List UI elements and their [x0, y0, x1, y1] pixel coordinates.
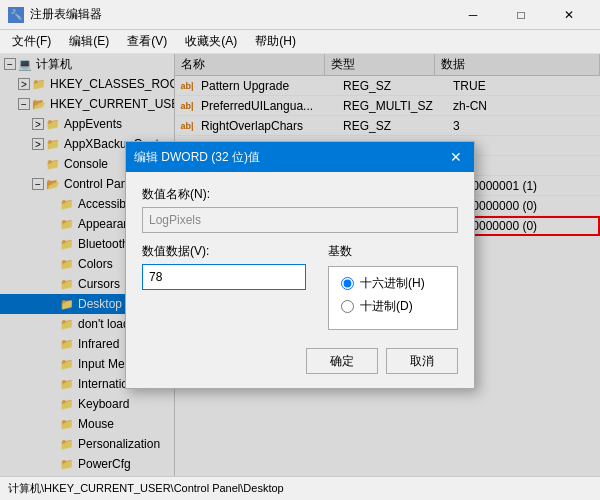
data-base-row: 数值数据(V): 基数 十六进制(H) 十进制(D) — [142, 243, 458, 330]
menu-favorites[interactable]: 收藏夹(A) — [177, 31, 245, 53]
minimize-button[interactable]: ─ — [450, 0, 496, 30]
window-controls: ─ □ ✕ — [450, 0, 592, 30]
status-bar: 计算机\HKEY_CURRENT_USER\Control Panel\Desk… — [0, 476, 600, 500]
menu-bar: 文件(F) 编辑(E) 查看(V) 收藏夹(A) 帮助(H) — [0, 30, 600, 54]
main-area: − 💻 计算机 > 📁 HKEY_CLASSES_ROOT − 📂 HKEY_C… — [0, 54, 600, 476]
cancel-button[interactable]: 取消 — [386, 348, 458, 374]
data-field-group: 数值数据(V): — [142, 243, 312, 330]
hex-label: 十六进制(H) — [360, 275, 425, 292]
dec-radio-row[interactable]: 十进制(D) — [341, 298, 445, 315]
menu-view[interactable]: 查看(V) — [119, 31, 175, 53]
modal-overlay: 编辑 DWORD (32 位)值 ✕ 数值名称(N): 数值数据(V): — [0, 54, 600, 476]
dec-label: 十进制(D) — [360, 298, 413, 315]
app-icon: 🔧 — [8, 7, 24, 23]
maximize-button[interactable]: □ — [498, 0, 544, 30]
menu-help[interactable]: 帮助(H) — [247, 31, 304, 53]
base-label: 基数 — [328, 243, 458, 260]
status-text: 计算机\HKEY_CURRENT_USER\Control Panel\Desk… — [8, 481, 284, 496]
modal-buttons: 确定 取消 — [142, 344, 458, 374]
name-input[interactable] — [142, 207, 458, 233]
data-label: 数值数据(V): — [142, 243, 312, 260]
menu-file[interactable]: 文件(F) — [4, 31, 59, 53]
title-bar: 🔧 注册表编辑器 ─ □ ✕ — [0, 0, 600, 30]
modal-dialog: 编辑 DWORD (32 位)值 ✕ 数值名称(N): 数值数据(V): — [125, 141, 475, 389]
close-button[interactable]: ✕ — [546, 0, 592, 30]
name-field-row: 数值名称(N): — [142, 186, 458, 233]
menu-edit[interactable]: 编辑(E) — [61, 31, 117, 53]
modal-title: 编辑 DWORD (32 位)值 — [134, 149, 260, 166]
data-input[interactable] — [142, 264, 306, 290]
modal-close-button[interactable]: ✕ — [446, 147, 466, 167]
ok-button[interactable]: 确定 — [306, 348, 378, 374]
modal-title-bar: 编辑 DWORD (32 位)值 ✕ — [126, 142, 474, 172]
modal-body: 数值名称(N): 数值数据(V): 基数 十六进制(H) — [126, 172, 474, 388]
hex-radio-row[interactable]: 十六进制(H) — [341, 275, 445, 292]
base-group: 基数 十六进制(H) 十进制(D) — [328, 243, 458, 330]
window-title: 注册表编辑器 — [30, 6, 102, 23]
name-label: 数值名称(N): — [142, 186, 458, 203]
hex-radio[interactable] — [341, 277, 354, 290]
base-options: 十六进制(H) 十进制(D) — [328, 266, 458, 330]
title-bar-left: 🔧 注册表编辑器 — [8, 6, 102, 23]
dec-radio[interactable] — [341, 300, 354, 313]
